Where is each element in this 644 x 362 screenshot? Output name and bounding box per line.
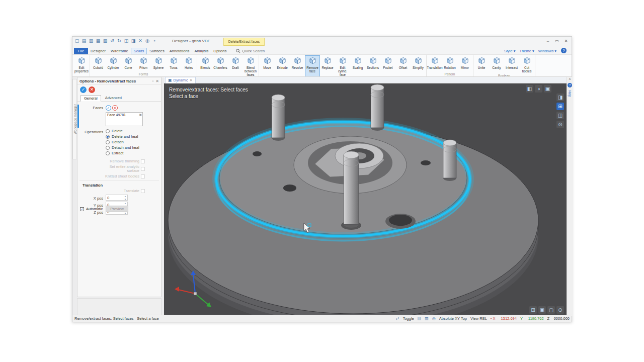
- menu-windows[interactable]: Windows ▾: [538, 49, 556, 53]
- viewports-icon[interactable]: ⊞: [529, 306, 537, 314]
- ribbon-button-pocket[interactable]: Pocket: [380, 55, 395, 77]
- radio-option-delete-and-heal[interactable]: Delete and heal: [106, 134, 139, 139]
- tab-surfaces[interactable]: Surfaces: [147, 48, 167, 54]
- translate-checkbox[interactable]: [141, 189, 145, 193]
- ribbon-button-move[interactable]: Move: [260, 55, 275, 77]
- print-icon[interactable]: ▧: [102, 38, 108, 44]
- viewport-tab-close-icon[interactable]: ✕: [190, 78, 193, 82]
- ribbon-button-translation[interactable]: Translation: [427, 55, 442, 72]
- radio-option-detach-and-heal[interactable]: Detach and heal: [106, 145, 139, 150]
- radio-option-delete[interactable]: Delete: [106, 129, 139, 133]
- tab-file[interactable]: File: [74, 48, 88, 54]
- ribbon-button-edit-cylind-face[interactable]: Edit cylind. face: [335, 55, 350, 77]
- save-all-icon[interactable]: ▦: [95, 38, 101, 44]
- ribbon-button-cavity[interactable]: Cavity: [489, 55, 504, 73]
- ribbon-button-blends[interactable]: Blends: [198, 55, 213, 77]
- new-file-icon[interactable]: ▢: [74, 38, 80, 44]
- preview-button[interactable]: Preview: [106, 206, 128, 212]
- radio-option-detach[interactable]: Detach: [106, 140, 139, 144]
- ribbon-button-chamfers[interactable]: Chamfers: [213, 55, 228, 77]
- ribbon-button-scaling[interactable]: Scaling: [350, 55, 365, 77]
- sheet-icon[interactable]: ▤: [418, 316, 422, 321]
- ribbon-button-cuboid[interactable]: Cuboid: [91, 55, 106, 72]
- redo-icon[interactable]: ↻: [116, 38, 122, 44]
- panel-pin-icon[interactable]: ▫: [152, 79, 153, 83]
- ribbon-button-extrude[interactable]: Extrude: [275, 55, 290, 77]
- zoom-view-icon[interactable]: ⊙: [556, 121, 564, 128]
- menu-theme[interactable]: Theme ▾: [520, 49, 534, 53]
- maximize-button[interactable]: ▭: [552, 37, 561, 45]
- ribbon-button-torus[interactable]: Torus: [166, 55, 181, 72]
- ribbon-button-remove-face[interactable]: Remove face: [305, 55, 320, 77]
- checkbox-remove-trimming[interactable]: [141, 159, 145, 163]
- delete-icon[interactable]: ✕: [137, 38, 143, 44]
- spinner[interactable]: ▲▼: [123, 195, 127, 200]
- select-filter-icon[interactable]: ▢: [547, 306, 555, 314]
- ribbon-button-rotation[interactable]: Rotation: [442, 55, 457, 72]
- isometric-view-icon[interactable]: ◧: [526, 85, 533, 93]
- radio-delete-and-heal[interactable]: [106, 135, 110, 139]
- paste-icon[interactable]: ◨: [130, 38, 136, 44]
- ribbon-button-holes[interactable]: Holes: [181, 55, 196, 72]
- radio-option-extract[interactable]: Extract: [106, 151, 139, 155]
- ribbon-button-edit-properties[interactable]: Edit properties: [74, 55, 89, 73]
- quick-search[interactable]: Quick Search: [236, 49, 265, 54]
- tab-analysis[interactable]: Analysis: [192, 48, 211, 54]
- panel-tab-general[interactable]: General: [80, 95, 101, 102]
- tab-options[interactable]: Options: [211, 48, 229, 54]
- viewport-tab-dynamic[interactable]: ▣ Dynamic ✕: [165, 77, 196, 83]
- faces-clear-icon[interactable]: ✕: [112, 105, 118, 111]
- toggle-label[interactable]: Toggle: [403, 316, 414, 321]
- section-view-icon[interactable]: ◫: [556, 112, 564, 119]
- ribbon-button-replace[interactable]: Replace: [320, 55, 335, 77]
- plane-mode[interactable]: Absolute XY Top: [439, 316, 467, 321]
- toggle-icon[interactable]: ⇄: [396, 316, 399, 321]
- radio-extract[interactable]: [106, 151, 110, 155]
- grid-view-icon[interactable]: ⊞: [556, 103, 564, 110]
- ribbon-button-cone[interactable]: Cone: [121, 55, 136, 72]
- ribbon-button-intersect[interactable]: Intersect: [504, 55, 519, 73]
- lock-view-icon[interactable]: ▣: [538, 306, 546, 314]
- tab-wireframe[interactable]: Wireframe: [108, 48, 131, 54]
- ribbon-button-draft[interactable]: Draft: [228, 55, 243, 77]
- save-icon[interactable]: ▥: [88, 38, 94, 44]
- ribbon-button-simplify[interactable]: Simplify: [411, 55, 426, 77]
- ribbon-button-cut-bodies[interactable]: Cut bodies: [519, 55, 534, 73]
- faces-list-item[interactable]: Face 49781: [107, 113, 126, 117]
- undo-icon[interactable]: ↺: [109, 38, 115, 44]
- settings-icon[interactable]: ◎: [144, 38, 150, 44]
- minimize-button[interactable]: –: [543, 37, 552, 45]
- panel-close-icon[interactable]: ✕: [155, 79, 159, 83]
- view-mode[interactable]: View REL: [470, 316, 487, 321]
- ribbon-button-prism[interactable]: Prism: [136, 55, 151, 72]
- ribbon-button-offset[interactable]: Offset: [395, 55, 411, 77]
- faces-listbox[interactable]: Face 49781 ▣: [106, 112, 143, 126]
- coord-value[interactable]: [106, 195, 123, 200]
- faces-accept-icon[interactable]: ✓: [106, 105, 111, 111]
- workspace-manager-tab[interactable]: Workspace manager: [72, 79, 77, 159]
- close-button[interactable]: ✕: [561, 37, 571, 45]
- tab-solids[interactable]: Solids: [131, 48, 147, 54]
- ribbon-button-mirror[interactable]: Mirror: [457, 55, 472, 72]
- copy-icon[interactable]: ◫: [123, 38, 129, 44]
- collapse-ribbon-icon[interactable]: ˄: [567, 77, 573, 82]
- checkbox-set-entire-analytic-surface[interactable]: [141, 167, 145, 171]
- radio-detach-and-heal[interactable]: [106, 146, 110, 150]
- ribbon-button-sections[interactable]: Sections: [365, 55, 380, 77]
- ribbon-button-revolve[interactable]: Revolve: [290, 55, 305, 77]
- open-file-icon[interactable]: ▤: [81, 38, 87, 44]
- book-icon[interactable]: ▥: [425, 316, 429, 321]
- cancel-button[interactable]: ✕: [89, 86, 95, 93]
- menu-style[interactable]: Style ▾: [504, 49, 516, 53]
- accept-button[interactable]: ✓: [80, 86, 87, 93]
- pin-icon[interactable]: ▫: [151, 38, 157, 44]
- rail-help-icon[interactable]: ?: [568, 83, 572, 87]
- ribbon-button-sphere[interactable]: Sphere: [151, 55, 166, 72]
- radio-delete[interactable]: [106, 129, 110, 133]
- viewport-3d-scene[interactable]: [164, 83, 567, 316]
- automatic-checkbox[interactable]: ✓: [80, 207, 84, 211]
- coord-input-x-pos[interactable]: ▲▼: [106, 195, 128, 201]
- tab-annotations[interactable]: Annotations: [167, 48, 192, 54]
- orbit-view-icon[interactable]: ◑: [535, 85, 542, 93]
- radio-detach[interactable]: [106, 140, 110, 144]
